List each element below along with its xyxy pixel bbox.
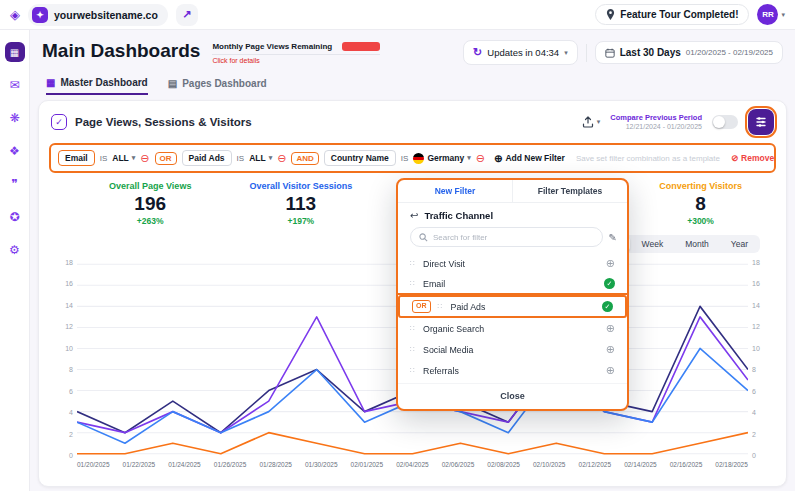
app-logo-icon[interactable]: ◈: [10, 7, 20, 22]
feature-tour-button[interactable]: Feature Tour Completed!: [595, 4, 749, 25]
filter-value: ALL: [112, 153, 129, 163]
popup-tab-new-filter[interactable]: New Filter: [398, 180, 512, 202]
list-item-paid-ads[interactable]: OR ∷ Paid Ads ✓: [398, 295, 627, 318]
remove-filter-icon[interactable]: ⊖: [277, 153, 286, 164]
add-circle-icon[interactable]: ⊕: [606, 323, 615, 334]
slash-circle-icon: ⊘: [731, 153, 738, 163]
chevron-down-icon: ▾: [467, 154, 471, 162]
drag-handle-icon[interactable]: ∷: [410, 345, 416, 354]
search-input[interactable]: [433, 233, 594, 242]
filter-value-dropdown[interactable]: Germany▾: [413, 153, 470, 164]
add-circle-icon[interactable]: ⊕: [606, 258, 615, 269]
popup-search-row: ✎: [410, 227, 617, 247]
item-label: Paid Ads: [451, 302, 486, 312]
add-circle-icon[interactable]: ⊕: [606, 344, 615, 355]
drag-handle-icon[interactable]: ∷: [410, 366, 416, 375]
drag-handle-icon[interactable]: ∷: [410, 324, 416, 333]
drag-handle-icon[interactable]: ∷: [410, 259, 416, 268]
compare-previous-period: Compare Previous Period 12/21/2024 - 01/…: [610, 113, 702, 132]
item-label: Referrals: [423, 366, 459, 376]
remove-all-filters-button[interactable]: ⊘Remove All Filters: [731, 153, 776, 163]
remove-filter-icon[interactable]: ⊖: [476, 153, 485, 164]
join-and-badge[interactable]: AND: [291, 152, 318, 165]
tab-master-dashboard[interactable]: ▦ Master Dashboard: [46, 77, 148, 95]
germany-flag-icon: [413, 153, 424, 164]
item-label: Email: [423, 279, 445, 289]
updates-dropdown[interactable]: ↻ Updates in 04:34 ▾: [463, 40, 578, 65]
filter-field-email[interactable]: Email: [58, 150, 95, 166]
stat-value: 113: [249, 192, 352, 216]
list-item-organic-search[interactable]: ∷ Organic Search ⊕: [398, 318, 627, 339]
stat-value: 196: [109, 192, 191, 216]
remove-filter-icon[interactable]: ⊖: [140, 153, 149, 164]
check-glyph: ✓: [605, 303, 611, 311]
tab-pages-dashboard[interactable]: ▤ Pages Dashboard: [168, 77, 267, 95]
granularity-month[interactable]: Month: [675, 237, 719, 251]
filter-popup: New Filter Filter Templates ↩ Traffic Ch…: [396, 178, 629, 411]
check-circle-icon[interactable]: ✓: [602, 301, 613, 312]
monthly-views-label: Monthly Page Views Remaining: [212, 42, 332, 51]
open-site-button[interactable]: ↗: [176, 4, 198, 26]
mail-icon: ✉: [9, 78, 19, 92]
dashboard-icon: ▦: [10, 47, 19, 58]
filter-field-paid-ads[interactable]: Paid Ads: [182, 150, 232, 166]
filter-value-dropdown[interactable]: ALL▾: [112, 153, 135, 163]
sidebar-item-chat[interactable]: ❞: [5, 174, 25, 194]
drag-handle-icon[interactable]: ∷: [438, 302, 444, 311]
list-item-referrals[interactable]: ∷ Referrals ⊕: [398, 360, 627, 381]
stat-label: Overall Visitor Sessions: [249, 181, 352, 192]
account-menu[interactable]: RR ▾: [757, 4, 785, 25]
join-or-badge[interactable]: OR: [155, 152, 177, 165]
export-button[interactable]: ▾: [582, 116, 601, 128]
click-for-details-link[interactable]: Click for details: [212, 57, 380, 64]
site-selector[interactable]: ✦ yourwebsitename.co: [28, 4, 168, 26]
sidebar-item-mail[interactable]: ✉: [5, 75, 25, 95]
remove-all-label: Remove All Filters: [741, 153, 776, 163]
filter-value-dropdown[interactable]: ALL▾: [249, 153, 272, 163]
granularity-year[interactable]: Year: [721, 237, 758, 251]
campaign-icon: ❋: [9, 111, 19, 125]
add-new-filter-button[interactable]: ⊕Add New Filter: [494, 153, 565, 164]
page-header: Main Dashboards Monthly Page Views Remai…: [30, 30, 795, 65]
stat-label: Converting Visitors: [659, 181, 742, 192]
popup-list: ∷ Direct Visit ⊕ ∷ Email ✓ OR ∷ Paid Ads…: [398, 253, 627, 381]
stat-overall-visitor-sessions: Overall Visitor Sessions 113 +197%: [249, 181, 352, 227]
filter-field-country[interactable]: Country Name: [324, 150, 396, 166]
sidebar-item-integrations[interactable]: ❖: [5, 141, 25, 161]
chat-icon: ❞: [11, 177, 17, 191]
close-button[interactable]: Close: [398, 383, 627, 409]
page-icon: ▤: [168, 78, 177, 89]
date-range-picker[interactable]: Last 30 Days 01/20/2025 - 02/19/2025: [595, 41, 783, 64]
list-item-social-media[interactable]: ∷ Social Media ⊕: [398, 339, 627, 360]
y-axis-right: 181614121086420: [748, 259, 774, 459]
compare-toggle[interactable]: [712, 115, 738, 129]
shield-icon: ✪: [9, 210, 19, 224]
popup-tab-filter-templates[interactable]: Filter Templates: [512, 180, 627, 202]
export-icon: [582, 116, 594, 128]
search-box[interactable]: [410, 227, 603, 247]
sidebar-item-security[interactable]: ✪: [5, 207, 25, 227]
avatar: RR: [757, 4, 778, 25]
sidebar-item-campaigns[interactable]: ❋: [5, 108, 25, 128]
header-controls: ↻ Updates in 04:34 ▾ Last 30 Days 01/20/…: [463, 40, 783, 65]
add-circle-icon[interactable]: ⊕: [606, 365, 615, 376]
range-label: Last 30 Days: [620, 47, 681, 58]
chevron-down-icon: ▾: [269, 154, 273, 162]
filter-value: Germany: [427, 153, 464, 163]
or-badge: OR: [412, 300, 431, 313]
popup-title: Traffic Channel: [424, 210, 493, 221]
list-item-direct-visit[interactable]: ∷ Direct Visit ⊕: [398, 253, 627, 274]
check-circle-icon[interactable]: ✓: [604, 278, 615, 289]
sidebar-item-settings[interactable]: ⚙: [5, 240, 25, 260]
drag-handle-icon[interactable]: ∷: [410, 279, 416, 288]
sidebar-item-dashboard[interactable]: ▦: [5, 42, 25, 62]
back-icon[interactable]: ↩: [410, 210, 418, 221]
checkbox-icon[interactable]: ✓: [51, 114, 67, 130]
granularity-week[interactable]: Week: [632, 237, 674, 251]
stat-label: Overall Page Views: [109, 181, 191, 192]
list-item-email[interactable]: ∷ Email ✓: [398, 274, 627, 295]
edit-icon[interactable]: ✎: [609, 232, 617, 243]
filters-button[interactable]: [748, 109, 774, 135]
stat-delta: +263%: [109, 216, 191, 227]
item-label: Direct Visit: [423, 259, 465, 269]
